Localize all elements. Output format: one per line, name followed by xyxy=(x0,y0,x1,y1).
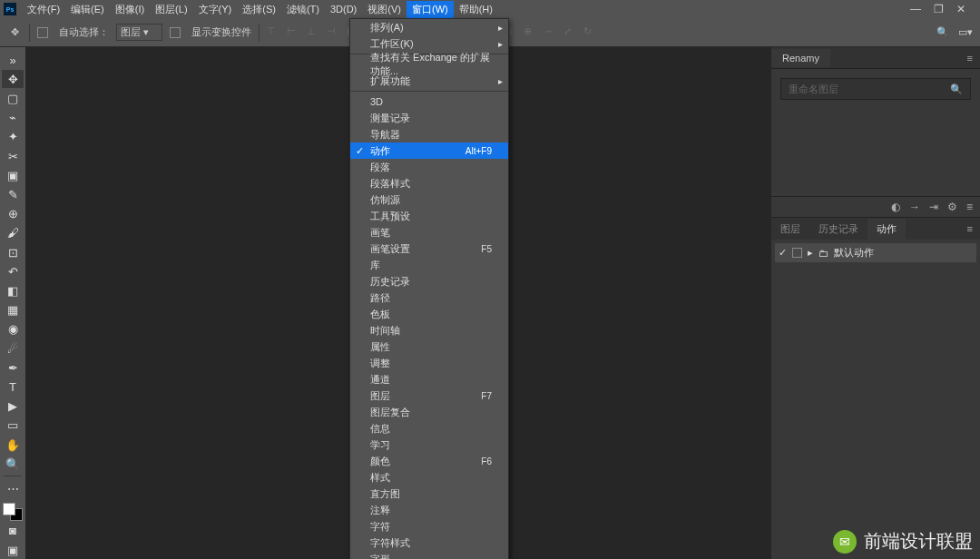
align-top-icon[interactable]: ⊤ xyxy=(267,25,281,40)
lasso-tool[interactable]: ⌁ xyxy=(2,109,24,127)
quick-mask-tool[interactable]: ◙ xyxy=(2,522,24,540)
color-swatches[interactable] xyxy=(3,503,23,521)
menu-item[interactable]: 扩展功能 xyxy=(350,73,508,89)
menu-item[interactable]: 通道 xyxy=(350,371,508,387)
menu-item[interactable]: 导航器 xyxy=(350,126,508,142)
menu-item[interactable]: 直方图 xyxy=(350,485,508,502)
auto-select-dropdown[interactable]: 图层 ▾ xyxy=(116,24,162,41)
tab-renamy[interactable]: Renamy xyxy=(771,49,830,67)
menu-item[interactable]: 库 xyxy=(350,257,508,273)
menu-item[interactable]: 字形 xyxy=(350,551,508,559)
close-icon[interactable]: ✕ xyxy=(956,3,965,15)
gear-icon[interactable]: ⚙ xyxy=(947,201,957,213)
foreground-swatch[interactable] xyxy=(3,503,15,515)
menu-item[interactable]: 颜色F6 xyxy=(350,453,508,469)
menu-window[interactable]: 窗口(W) xyxy=(407,1,454,18)
tab-layers[interactable]: 图层 xyxy=(771,219,809,240)
menu-item[interactable]: 信息 xyxy=(350,420,508,436)
align-bottom-icon[interactable]: ⊥ xyxy=(307,25,321,40)
menu-item[interactable]: 路径 xyxy=(350,289,508,306)
3d-slide-icon[interactable]: ↔ xyxy=(544,25,558,40)
auto-select-checkbox[interactable] xyxy=(37,27,48,38)
marquee-tool[interactable]: ▢ xyxy=(2,89,24,107)
crop-tool[interactable]: ✂ xyxy=(2,147,24,165)
action-set-row[interactable]: ✓ ▸ 🗀 默认动作 xyxy=(775,243,976,262)
expand-toolbar-icon[interactable]: » xyxy=(2,51,24,69)
panel-menu-icon[interactable]: ≡ xyxy=(960,53,980,64)
toggle-icon[interactable]: ◐ xyxy=(891,201,900,213)
zoom-tool[interactable]: 🔍 xyxy=(2,455,24,473)
menu-item[interactable]: 测量记录 xyxy=(350,110,508,126)
frame-tool[interactable]: ▣ xyxy=(2,166,24,184)
tab-actions[interactable]: 动作 xyxy=(867,219,906,240)
pen-tool[interactable]: ✒ xyxy=(2,358,24,377)
align-vcenter-icon[interactable]: ⊢ xyxy=(287,25,301,40)
history-brush-tool[interactable]: ↶ xyxy=(2,262,24,280)
menu-item[interactable]: 工作区(K) xyxy=(350,35,508,52)
menu-item[interactable]: 学习 xyxy=(350,436,508,453)
healing-tool[interactable]: ⊕ xyxy=(2,205,24,223)
gradient-tool[interactable]: ▦ xyxy=(2,301,24,319)
menu-edit[interactable]: 编辑(E) xyxy=(65,1,110,18)
expand-icon[interactable]: ▸ xyxy=(808,247,813,259)
menu-item[interactable]: 字符 xyxy=(350,518,508,534)
menu-select[interactable]: 选择(S) xyxy=(237,1,281,18)
menu-item[interactable]: 图层F7 xyxy=(350,387,508,404)
menu-item[interactable]: 段落 xyxy=(350,159,508,175)
menu-file[interactable]: 文件(F) xyxy=(22,1,65,18)
tab-history[interactable]: 历史记录 xyxy=(809,219,867,240)
move-tool[interactable]: ✥ xyxy=(2,70,24,88)
search-icon[interactable]: 🔍 xyxy=(936,26,949,38)
restore-icon[interactable]: ❐ xyxy=(934,3,944,15)
path-select-tool[interactable]: ▶ xyxy=(2,397,24,416)
panel-menu-icon[interactable]: ≡ xyxy=(960,223,980,234)
align-left-icon[interactable]: ⊣ xyxy=(327,25,341,40)
hand-tool[interactable]: ✋ xyxy=(2,436,24,454)
stamp-tool[interactable]: ⊡ xyxy=(2,243,24,261)
menu-item[interactable]: 样式 xyxy=(350,469,508,485)
menu-image[interactable]: 图像(I) xyxy=(110,1,150,18)
type-tool[interactable]: T xyxy=(2,378,24,396)
3d-scale-icon[interactable]: ⤢ xyxy=(564,25,578,40)
menu-type[interactable]: 文字(Y) xyxy=(193,1,238,18)
menu-item[interactable]: 字符样式 xyxy=(350,534,508,551)
show-transform-checkbox[interactable] xyxy=(170,27,181,38)
shape-tool[interactable]: ▭ xyxy=(2,417,24,435)
menu-item[interactable]: 调整 xyxy=(350,355,508,371)
menu-item[interactable]: 图层复合 xyxy=(350,404,508,420)
dodge-tool[interactable]: ☄ xyxy=(2,339,24,358)
3d-rotate-icon[interactable]: ↻ xyxy=(583,25,598,40)
menu-item[interactable]: 色板 xyxy=(350,306,508,322)
menu-item[interactable]: 画笔设置F5 xyxy=(350,240,508,257)
action-enabled-check[interactable]: ✓ xyxy=(779,247,787,259)
blur-tool[interactable]: ◉ xyxy=(2,320,24,338)
eraser-tool[interactable]: ◧ xyxy=(2,281,24,299)
menu-filter[interactable]: 滤镜(T) xyxy=(281,1,325,18)
panel-menu-icon[interactable]: ≡ xyxy=(966,201,973,213)
menu-3d[interactable]: 3D(D) xyxy=(325,2,362,16)
workspace-icon[interactable]: ▭▾ xyxy=(958,26,973,38)
quick-select-tool[interactable]: ✦ xyxy=(2,128,24,146)
skip-icon[interactable]: ⇥ xyxy=(929,201,938,213)
menu-layer[interactable]: 图层(L) xyxy=(150,1,192,18)
menu-item[interactable]: 查找有关 Exchange 的扩展功能... xyxy=(350,56,508,73)
menu-item[interactable]: 时间轴 xyxy=(350,322,508,338)
menu-help[interactable]: 帮助(H) xyxy=(454,1,498,18)
eyedropper-tool[interactable]: ✎ xyxy=(2,185,24,203)
edit-toolbar[interactable]: ⋯ xyxy=(2,479,24,497)
brush-tool[interactable]: 🖌 xyxy=(2,224,24,242)
menu-item[interactable]: 排列(A) xyxy=(350,19,508,35)
screen-mode-tool[interactable]: ▣ xyxy=(2,541,24,559)
renamy-search[interactable]: 重命名图层 🔍 xyxy=(780,78,971,100)
menu-item[interactable]: 历史记录 xyxy=(350,273,508,289)
action-dialog-toggle[interactable] xyxy=(792,248,802,258)
minimize-icon[interactable]: ― xyxy=(910,3,921,15)
next-icon[interactable]: → xyxy=(909,201,920,213)
menu-item[interactable]: 工具预设 xyxy=(350,208,508,224)
menu-item[interactable]: 注释 xyxy=(350,502,508,518)
3d-pan-icon[interactable]: ⊕ xyxy=(524,25,538,40)
menu-item[interactable]: 3D xyxy=(350,93,508,110)
menu-item[interactable]: 仿制源 xyxy=(350,191,508,208)
menu-view[interactable]: 视图(V) xyxy=(362,1,407,18)
menu-item[interactable]: 段落样式 xyxy=(350,175,508,191)
